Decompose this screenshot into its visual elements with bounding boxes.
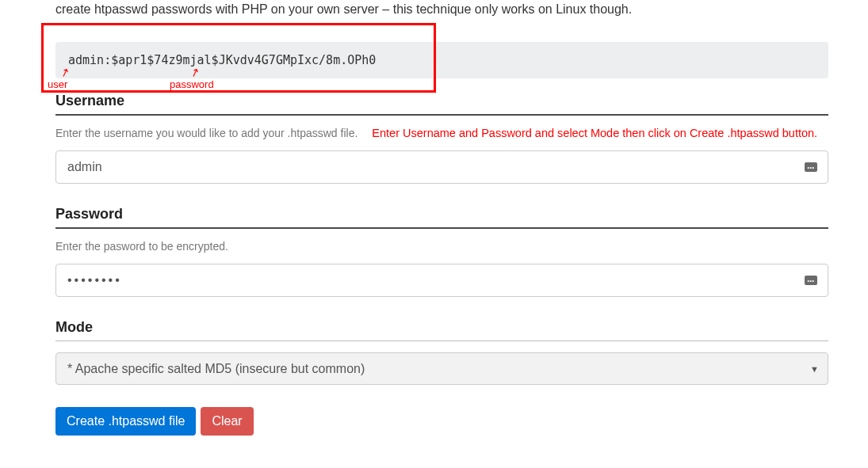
username-help: Enter the username you would like to add… (55, 127, 358, 139)
input-save-icon[interactable] (805, 276, 817, 285)
intro-text: create htpasswd passwords with PHP on yo… (0, 0, 868, 19)
password-label: Password (55, 206, 828, 229)
input-save-icon[interactable] (805, 162, 817, 172)
instruction-text: Enter Username and Password and select M… (372, 127, 817, 139)
password-help: Enter the pasword to be encrypted. (55, 240, 228, 253)
mode-select[interactable]: * Apache specific salted MD5 (insecure b… (55, 352, 828, 385)
create-htpasswd-button[interactable]: Create .htpasswd file (55, 407, 196, 436)
username-input[interactable] (55, 150, 828, 184)
username-label: Username (55, 93, 828, 116)
mode-label: Mode (55, 319, 828, 341)
clear-button[interactable]: Clear (201, 407, 253, 436)
password-input[interactable] (55, 264, 828, 297)
htpasswd-output: admin:$apr1$74z9mjal$JKvdv4G7GMpIxc/8m.O… (55, 42, 828, 78)
